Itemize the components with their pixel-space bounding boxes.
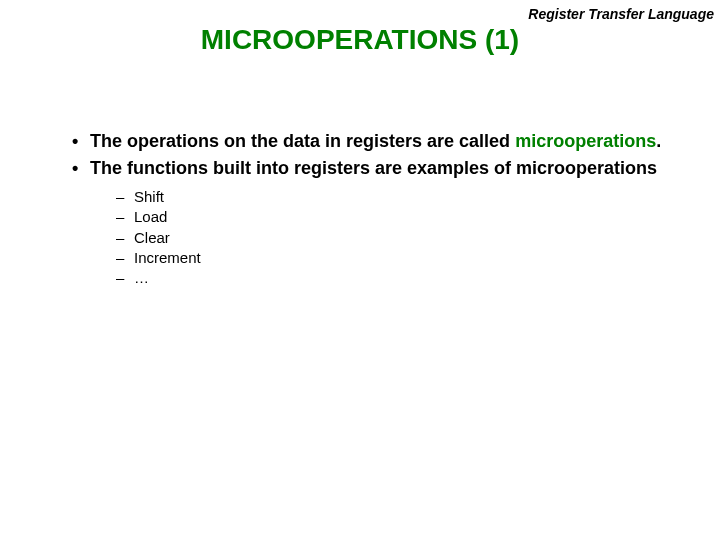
sub-bullet-marker: – (116, 187, 134, 207)
bullet-item: • The functions built into registers are… (72, 157, 672, 180)
sub-bullet-item: – Load (116, 207, 672, 227)
bullet-marker: • (72, 130, 90, 153)
slide: Register Transfer Language MICROOPERATIO… (0, 0, 720, 540)
bullet-item: • The operations on the data in register… (72, 130, 672, 153)
sub-bullet-list: – Shift – Load – Clear – Increment – … (116, 187, 672, 288)
sub-bullet-marker: – (116, 268, 134, 288)
sub-bullet-item: – Clear (116, 228, 672, 248)
sub-bullet-text: Load (134, 207, 672, 227)
sub-bullet-item: – Shift (116, 187, 672, 207)
sub-bullet-text: Clear (134, 228, 672, 248)
bullet-text: The functions built into registers are e… (90, 157, 672, 180)
bullet-text: The operations on the data in registers … (90, 130, 672, 153)
sub-bullet-text: Increment (134, 248, 672, 268)
keyword-highlight: microoperations (515, 131, 656, 151)
topic-label: Register Transfer Language (528, 6, 714, 22)
slide-title: MICROOPERATIONS (1) (0, 24, 720, 56)
sub-bullet-item: – … (116, 268, 672, 288)
sub-bullet-marker: – (116, 248, 134, 268)
sub-bullet-marker: – (116, 207, 134, 227)
slide-body: • The operations on the data in register… (72, 130, 672, 288)
sub-bullet-text: Shift (134, 187, 672, 207)
sub-bullet-item: – Increment (116, 248, 672, 268)
bullet-marker: • (72, 157, 90, 180)
text-fragment: The operations on the data in registers … (90, 131, 515, 151)
sub-bullet-text: … (134, 268, 672, 288)
sub-bullet-marker: – (116, 228, 134, 248)
text-fragment: . (656, 131, 661, 151)
